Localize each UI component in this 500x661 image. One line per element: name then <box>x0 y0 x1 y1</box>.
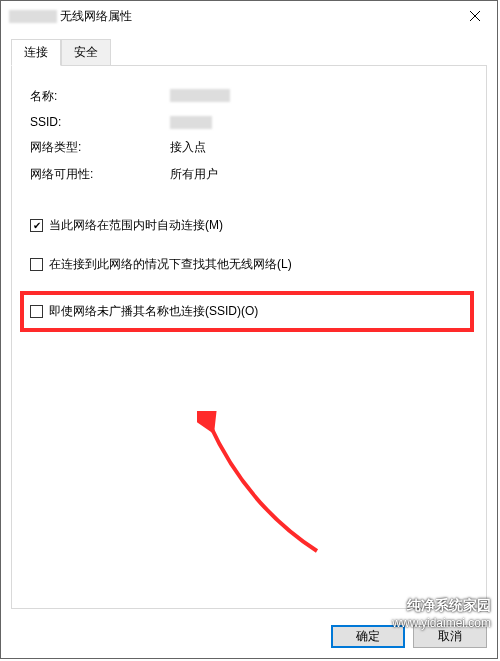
label-name: 名称: <box>30 88 170 105</box>
value-avail: 所有用户 <box>170 166 218 183</box>
prop-row-name: 名称: <box>30 88 468 105</box>
checkbox-label: 当此网络在范围内时自动连接(M) <box>49 217 223 234</box>
dialog-footer: 确定 取消 <box>1 619 497 658</box>
tab-connect[interactable]: 连接 <box>11 39 61 66</box>
dialog-window: 无线网络属性 连接 安全 名称: SSID: <box>0 0 498 659</box>
redacted-name <box>9 10 57 23</box>
title-suffix: 无线网络属性 <box>60 9 132 23</box>
checkbox-icon <box>30 258 43 271</box>
label-nettype: 网络类型: <box>30 139 170 156</box>
title-bar: 无线网络属性 <box>1 1 497 31</box>
value-ssid <box>170 115 212 129</box>
label-avail: 网络可用性: <box>30 166 170 183</box>
checkbox-icon <box>30 305 43 318</box>
checkbox-label: 在连接到此网络的情况下查找其他无线网络(L) <box>49 256 292 273</box>
checkbox-look-other[interactable]: 在连接到此网络的情况下查找其他无线网络(L) <box>30 252 468 277</box>
window-title: 无线网络属性 <box>9 8 132 25</box>
annotation-arrow-icon <box>197 411 337 561</box>
checkbox-connect-hidden[interactable]: 即使网络未广播其名称也连接(SSID)(O) <box>20 291 474 332</box>
close-icon <box>470 11 480 21</box>
checkbox-auto-connect[interactable]: 当此网络在范围内时自动连接(M) <box>30 213 468 238</box>
content-wrapper: 连接 安全 名称: SSID: 网络类型: 接入点 网络可用性: <box>1 31 497 619</box>
value-nettype: 接入点 <box>170 139 206 156</box>
prop-row-avail: 网络可用性: 所有用户 <box>30 166 468 183</box>
close-button[interactable] <box>452 1 497 31</box>
checkbox-icon <box>30 219 43 232</box>
value-name <box>170 88 230 105</box>
cancel-button[interactable]: 取消 <box>413 625 487 648</box>
checkbox-label: 即使网络未广播其名称也连接(SSID)(O) <box>49 303 258 320</box>
label-ssid: SSID: <box>30 115 170 129</box>
properties-section: 名称: SSID: 网络类型: 接入点 网络可用性: 所有用户 <box>30 88 468 183</box>
prop-row-nettype: 网络类型: 接入点 <box>30 139 468 156</box>
tab-security[interactable]: 安全 <box>61 39 111 65</box>
tab-panel-connect: 名称: SSID: 网络类型: 接入点 网络可用性: 所有用户 当 <box>11 65 487 609</box>
prop-row-ssid: SSID: <box>30 115 468 129</box>
tab-strip: 连接 安全 <box>11 39 487 65</box>
ok-button[interactable]: 确定 <box>331 625 405 648</box>
